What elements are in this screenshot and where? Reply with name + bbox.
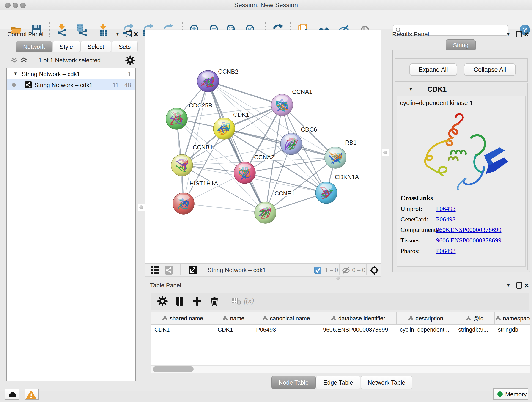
column-hierarchy-icon [408,316,413,321]
memory-button[interactable]: Memory [493,389,528,400]
show-columns-icon[interactable] [175,296,185,306]
node-label: CDK1 [233,111,249,118]
crosslink-row: Tissues:9606.ENSP00000378699 [400,237,501,244]
network-node[interactable] [280,133,302,155]
collapse-panel-icon[interactable]: ▼ [506,283,511,288]
collapse-all-button[interactable]: Collapse All [464,64,516,76]
network-node[interactable] [173,193,194,214]
network-node[interactable] [271,94,293,116]
network-label: String Network – cdk1 [34,82,93,89]
edge-count: 48 [124,82,131,89]
node-label: HIST1H1A [190,180,218,187]
delete-table-icon[interactable] [231,296,242,306]
column-header-database-identifier[interactable]: database identifier [320,313,397,324]
close-panel-icon[interactable]: × [524,31,529,38]
tab-style[interactable]: Style [52,41,80,52]
selected-node-edge-counts: 1 – 0 [325,267,338,274]
bottom-splitter-handle[interactable] [336,277,340,280]
results-panel: Results Panel ▼ × String Expand All Coll… [390,30,532,273]
column-hierarchy-icon [263,316,268,321]
current-network-name: String Network – cdk1 [208,267,266,274]
tab-network-table[interactable]: Network Table [361,376,412,389]
crosslink-source-label: Uniprot: [400,205,436,212]
warning-status-button[interactable] [25,389,39,400]
column-header-shared-name[interactable]: shared name [151,313,215,324]
tab-node-table[interactable]: Node Table [272,376,316,389]
tab-string[interactable]: String [446,39,476,51]
network-edge[interactable] [184,204,265,213]
birds-eye-view-icon[interactable] [370,265,379,275]
create-column-plus-icon[interactable] [192,296,202,306]
toolbar-divider [366,264,367,275]
column-header-description[interactable]: description [397,313,455,324]
window-title: Session: New Session [0,0,532,10]
network-canvas[interactable]: CCNB2CCNA1CDC25BCDK1CDC6RB1CCNB1CCNA2CDK… [145,30,381,264]
expand-all-button[interactable]: Expand All [409,64,457,76]
left-splitter-handle[interactable] [138,204,145,211]
tree-expand-icon[interactable]: ▼ [13,71,18,76]
control-panel: Control Panel ▼ × NetworkStyleSelectSets… [3,30,136,380]
collapse-panel-icon[interactable]: ▼ [115,32,120,37]
collection-count: 1 [128,70,131,78]
collapse-panel-icon[interactable]: ▼ [506,32,511,37]
float-panel-icon[interactable] [126,31,132,37]
close-panel-icon[interactable]: × [133,31,138,38]
crosslink-link[interactable]: 9606.ENSP00000378699 [436,226,501,233]
table-options-gear-icon[interactable] [157,296,168,306]
column-header-namespace[interactable]: namespace [495,313,530,324]
tab-select[interactable]: Select [80,41,111,52]
column-header-name[interactable]: name [215,313,253,324]
network-node[interactable] [213,118,235,139]
tab-edge-table[interactable]: Edge Table [316,376,360,389]
gene-collapse-icon[interactable]: ▼ [409,87,413,92]
scrollbar-thumb[interactable] [153,366,194,372]
gene-section-header[interactable]: ▼ CDK1 [395,83,527,96]
gene-details: cyclin–dependent kinase 1 [397,96,526,267]
table-cell-id: stringdb:9... [455,325,495,335]
network-row-selected[interactable]: String Network – cdk1 11 48 [7,79,135,90]
network-options-gear-icon[interactable] [125,56,135,65]
warning-icon [26,390,37,400]
network-collection-row[interactable]: ▼ String Network – cdk1 1 [7,68,135,79]
toolbar-divider [310,264,310,275]
cloud-status-button[interactable] [5,389,19,400]
column-header-canonical-name[interactable]: canonical name [253,313,320,324]
column-header-label: @id [473,315,484,322]
network-edge[interactable] [208,81,265,213]
node-label: CCNE1 [274,190,295,197]
gene-description: cyclin–dependent kinase 1 [400,99,473,107]
network-edge[interactable] [208,81,282,105]
node-label: CDKN1A [335,173,359,180]
hidden-node-edge-counts: 0 – 0 [352,267,365,274]
crosslink-link[interactable]: P06493 [436,216,456,223]
grid-view-icon[interactable] [151,266,159,274]
tab-sets[interactable]: Sets [112,41,138,52]
network-node[interactable] [197,70,219,92]
network-node[interactable] [166,108,187,129]
toolbar-divider [339,264,340,275]
column-header-label: description [416,315,443,322]
crosslink-link[interactable]: P06493 [436,247,456,254]
network-node[interactable] [171,154,193,176]
share-view-icon[interactable] [165,266,173,274]
horizontal-scrollbar[interactable] [151,365,530,373]
float-panel-icon[interactable] [516,31,522,37]
selected-checkbox-icon[interactable] [314,267,322,274]
tab-network[interactable]: Network [16,41,52,52]
crosslink-link[interactable]: P06493 [436,205,456,212]
column-header-id[interactable]: @id [455,313,495,324]
crosslink-link[interactable]: 9606.ENSP00000378699 [436,237,501,244]
network-node[interactable] [316,182,337,204]
right-splitter-handle[interactable] [382,149,389,156]
table-cell-description: cyclin–dependent ... [397,325,455,335]
network-node[interactable] [234,162,255,184]
network-node[interactable] [325,147,346,168]
float-panel-icon[interactable] [516,282,522,288]
network-node[interactable] [254,202,276,223]
table-row[interactable]: CDK1CDK1P064939606.ENSP00000378699cyclin… [151,325,530,335]
open-in-new-window-icon[interactable] [189,266,197,274]
close-panel-icon[interactable]: × [524,282,529,289]
delete-column-trash-icon[interactable] [209,296,220,306]
crosslinks-section: CrossLinks Uniprot:P06493GeneCard:P06493… [400,194,501,255]
network-edge[interactable] [224,128,336,158]
